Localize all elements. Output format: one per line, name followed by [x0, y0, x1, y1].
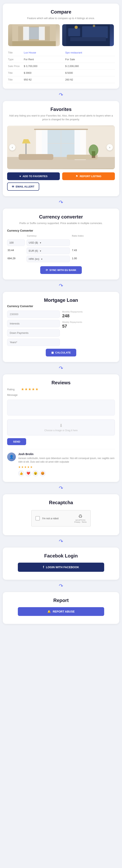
recaptcha-brand: reCAPTCHA — [76, 519, 86, 521]
room-background — [7, 125, 115, 169]
table-cell-label: Title — [7, 69, 23, 76]
currency-ratio-empty — [72, 239, 115, 246]
compare-image-1 — [8, 24, 60, 46]
table-cell-label: Sale Price — [7, 63, 23, 69]
table-cell-val1: 950 ft2 — [23, 76, 65, 83]
mortgage-grid: Monthly Repayments 248 Weekly Repayments… — [7, 311, 115, 346]
svg-rect-24 — [25, 143, 27, 154]
table-cell-val2: $ 5000 — [65, 69, 115, 76]
table-cell-val2: For Sale — [65, 56, 115, 63]
reaction-heart[interactable]: ❤️ — [25, 470, 31, 476]
recaptcha-widget-container: I'm not a robot ♻ reCAPTCHA Privacy - Te… — [7, 507, 115, 530]
recaptcha-logo: ♻ reCAPTCHA Privacy - Terms — [74, 514, 87, 523]
reaction-angry[interactable]: 😡 — [40, 470, 46, 476]
table-cell-val1: For Rent — [23, 56, 65, 63]
upload-icon: ⬇ — [59, 423, 63, 428]
currency-input-row: 100 USD ($) ▼ — [7, 239, 115, 247]
recaptcha-icon: ♻ — [78, 514, 83, 519]
report-listing-button[interactable]: ⚑ REPORT LISTING — [62, 173, 115, 180]
svg-rect-20 — [18, 154, 53, 160]
reviews-title: Reviews — [7, 380, 115, 385]
rating-label: Rating — [7, 388, 19, 391]
reaction-buttons: 👍 ❤️ 😮 😡 — [18, 470, 115, 476]
svg-point-11 — [93, 25, 95, 27]
recaptcha-checkbox[interactable] — [35, 516, 40, 521]
report-btn-container: 🔔 REPORT ABUSE — [7, 605, 115, 618]
table-cell-val1: Lux House — [23, 49, 65, 56]
currency-eur-value: EUR (€) — [29, 249, 38, 252]
mortgage-title: Mortgage Loan — [7, 298, 115, 303]
review-message-input[interactable] — [7, 400, 115, 415]
message-row: Message — [7, 394, 115, 417]
currency-row-2: 694.29 HRK (kn) ▼ 1.00 — [7, 255, 115, 263]
recaptcha-left: I'm not a robot — [35, 516, 58, 521]
table-cell-val1: $ 3,700,000 — [23, 63, 65, 69]
listing-image: ‹ › — [7, 125, 115, 169]
reviews-section: Reviews Rating ★★★★★ Message ⬇ Choose a … — [3, 374, 119, 482]
table-row: Title 950 ft2 260 ft2 — [7, 76, 115, 83]
chevron-down-icon: ▼ — [40, 242, 42, 244]
currency-section: Currency converter Prefix or Suffix curr… — [3, 209, 119, 280]
mortgage-years-input[interactable] — [7, 339, 60, 346]
chevron-down-icon-3: ▼ — [41, 258, 43, 260]
compare-table: Title Lux House Spo restaurant Type For … — [7, 49, 115, 83]
col-header-amount — [7, 235, 25, 237]
monthly-label: Monthly Repayments — [62, 311, 115, 313]
col-header-currency: Currency — [27, 235, 70, 237]
currency-row-1: 33.44 EUR (€) ▼ 7.43 — [7, 247, 115, 255]
section-arrow-4: ↷ — [0, 366, 122, 371]
currency-subtitle: Prefix or Suffix currency supported. Pri… — [7, 221, 115, 225]
section-arrow-5: ↷ — [0, 486, 122, 491]
table-row: Title Lux House Spo restaurant — [7, 49, 115, 56]
email-alert-container: ✉ EMAIL ALLERT — [7, 183, 115, 191]
currency-hrk-value: HRK (kn) — [29, 257, 39, 260]
svg-rect-19 — [34, 129, 88, 130]
reviewer-stars: ★★★★★ — [18, 465, 33, 469]
currency-eur-select[interactable]: EUR (€) ▼ — [27, 248, 70, 254]
add-to-favorites-button[interactable]: ♥ ADD TO FAVORITES — [7, 173, 60, 180]
currency-header: Currency Ratio Index — [7, 235, 115, 238]
weekly-repayment: Weekly Repayments 57 — [62, 321, 115, 329]
mortgage-interests-input[interactable] — [7, 320, 60, 327]
svg-rect-4 — [39, 27, 45, 40]
upload-area[interactable]: ⬇ Choose a Image or Drag it here — [7, 420, 115, 435]
report-section: Report 🔔 REPORT ABUSE — [3, 592, 119, 624]
favorites-subtitle: Add any listing you want to your Favorit… — [7, 114, 115, 121]
message-label: Message — [7, 394, 19, 396]
email-alert-button[interactable]: ✉ EMAIL ALLERT — [7, 183, 39, 191]
currency-ratio-1: 7.43 — [72, 248, 115, 254]
favorites-action-buttons: ♥ ADD TO FAVORITES ⚑ REPORT LISTING — [7, 173, 115, 180]
heart-icon: ♥ — [19, 175, 21, 178]
currency-unit-select[interactable]: USD ($) ▼ — [27, 239, 70, 246]
monthly-value: 248 — [62, 313, 115, 318]
weekly-label: Weekly Repayments — [62, 321, 115, 323]
mortgage-amount-input[interactable] — [7, 311, 60, 318]
email-icon: ✉ — [12, 185, 14, 188]
listing-nav-right[interactable]: › — [107, 144, 113, 151]
col-header-ratio: Ratio Index — [72, 235, 115, 237]
mortgage-down-payments-input[interactable] — [7, 329, 60, 337]
avatar-icon: 👤 — [9, 455, 14, 459]
report-title: Report — [7, 598, 115, 603]
reaction-thumbsup[interactable]: 👍 — [18, 470, 24, 476]
table-cell-label: Type — [7, 56, 23, 63]
mortgage-repayments: Monthly Repayments 248 Weekly Repayments… — [62, 311, 115, 346]
facebook-login-button[interactable]: f LOGIN WITH FACEBOOK — [18, 563, 104, 572]
recaptcha-title: Recaptcha — [7, 500, 115, 505]
calculate-button[interactable]: ▦ CALCULATE — [46, 349, 76, 356]
sync-eu-bank-button[interactable]: ⟳ SYNC WITH EU BANK — [40, 266, 82, 274]
currency-amount-input[interactable]: 100 — [7, 239, 25, 246]
svg-rect-5 — [12, 41, 56, 46]
reaction-surprised[interactable]: 😮 — [33, 470, 38, 476]
currency-hrk-select[interactable]: HRK (kn) ▼ — [27, 256, 70, 262]
mortgage-label: Currency Converter — [7, 305, 115, 308]
section-arrow-6: ↷ — [0, 539, 122, 544]
report-abuse-button[interactable]: 🔔 REPORT ABUSE — [18, 607, 104, 616]
favorites-section: Favorites Add any listing you want to yo… — [3, 101, 119, 196]
listing-nav-left[interactable]: ‹ — [9, 144, 15, 151]
mortgage-section: Mortgage Loan Currency Converter Monthly… — [3, 292, 119, 362]
table-row: Sale Price $ 3,700,000 $ 2,006,080 — [7, 63, 115, 69]
table-cell-val2: 260 ft2 — [65, 76, 115, 83]
send-review-button[interactable]: SEND — [7, 438, 26, 445]
recaptcha-section: Recaptcha I'm not a robot ♻ reCAPTCHA Pr… — [3, 494, 119, 535]
